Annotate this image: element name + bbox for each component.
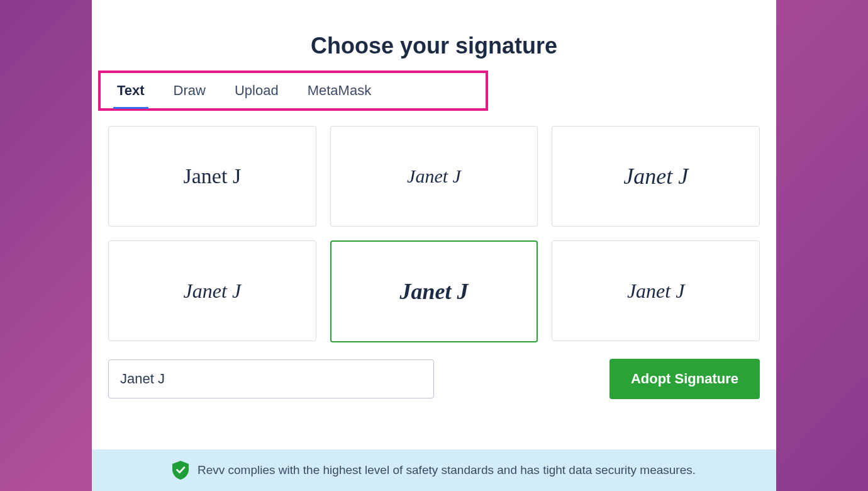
tab-draw[interactable]: Draw — [172, 80, 207, 101]
signature-preview: Janet J — [407, 167, 461, 186]
signature-option-6[interactable]: Janet J — [552, 240, 760, 341]
signature-name-input[interactable] — [108, 359, 434, 398]
security-footer-text: Revv complies with the highest level of … — [198, 463, 696, 477]
bottom-row: Adopt Signature — [108, 359, 760, 399]
adopt-signature-button[interactable]: Adopt Signature — [609, 359, 760, 399]
signature-grid: Janet J Janet J Janet J Janet J Janet J … — [108, 126, 760, 342]
signature-preview: Janet J — [399, 280, 468, 303]
tabs-highlight-box: Text Draw Upload MetaMask — [98, 71, 488, 111]
signature-option-3[interactable]: Janet J — [552, 126, 760, 227]
shield-check-icon — [172, 461, 189, 480]
signature-panel: Choose your signature Text Draw Upload M… — [92, 0, 776, 491]
signature-preview: Janet J — [627, 281, 685, 301]
tab-upload[interactable]: Upload — [233, 80, 280, 101]
tabs: Text Draw Upload MetaMask — [101, 73, 486, 108]
page-background: Choose your signature Text Draw Upload M… — [0, 0, 868, 491]
signature-option-4[interactable]: Janet J — [108, 240, 316, 341]
signature-preview: Janet J — [184, 281, 242, 301]
signature-option-1[interactable]: Janet J — [108, 126, 316, 227]
tab-text[interactable]: Text — [116, 80, 146, 101]
tab-metamask[interactable]: MetaMask — [306, 80, 372, 101]
signature-option-5[interactable]: Janet J — [330, 240, 538, 342]
security-footer: Revv complies with the highest level of … — [92, 449, 776, 491]
signature-preview: Janet J — [184, 166, 242, 187]
signature-option-2[interactable]: Janet J — [330, 126, 538, 227]
signature-preview: Janet J — [623, 165, 688, 188]
page-title: Choose your signature — [92, 33, 776, 59]
